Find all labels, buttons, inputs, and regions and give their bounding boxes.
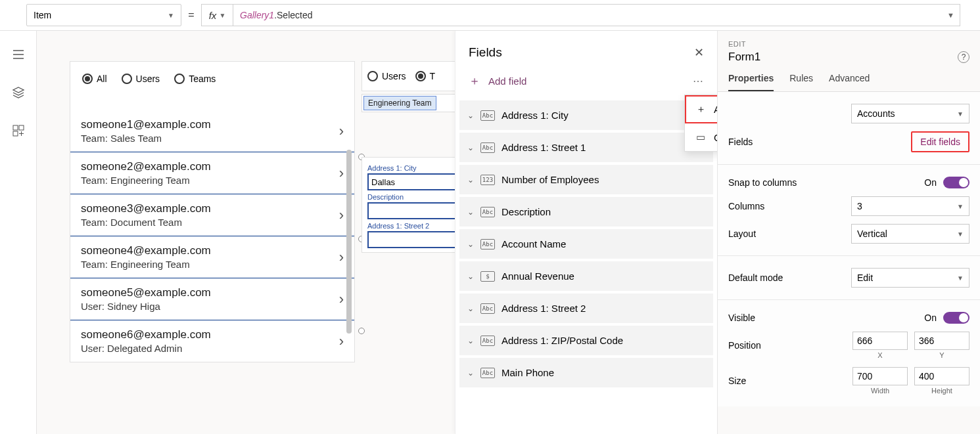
help-icon[interactable]: ?	[958, 51, 969, 63]
add-field-button[interactable]: ＋ Add field	[469, 73, 526, 89]
field-input-street2[interactable]	[367, 231, 457, 248]
visible-toggle[interactable]	[943, 312, 969, 324]
resize-handle[interactable]	[358, 328, 365, 334]
radio-all[interactable]: All	[82, 74, 107, 84]
size-w-sublabel: Width	[871, 387, 889, 395]
defaultmode-select[interactable]: Edit▼	[851, 268, 969, 288]
datasource-value: Accounts	[857, 108, 895, 119]
datasource-select[interactable]: Accounts▼	[851, 104, 969, 123]
field-label: Address 1: Street 2	[367, 222, 457, 230]
tab-rules[interactable]: Rules	[789, 69, 813, 91]
property-selector[interactable]: Item ▼	[26, 4, 181, 26]
gallery1[interactable]: All Users Teams someone1@example.comTeam…	[70, 61, 355, 362]
radio-label: T	[430, 71, 436, 81]
radio-teams[interactable]: Teams	[174, 74, 216, 84]
field-item[interactable]: ⌄AbcAccount Name	[459, 229, 713, 259]
chevron-right-icon: ›	[339, 333, 344, 350]
field-input-city[interactable]	[367, 173, 457, 190]
size-h-input[interactable]	[914, 367, 969, 385]
layout-select[interactable]: Vertical▼	[851, 224, 969, 244]
type-icon: 123	[480, 175, 495, 185]
formula-token-control: Gallery1	[240, 10, 274, 20]
close-icon[interactable]: ✕	[694, 45, 704, 60]
item-title: someone6@example.com	[81, 328, 211, 341]
fx-label: fx	[209, 10, 217, 21]
svg-rect-1	[19, 125, 24, 130]
field-item[interactable]: ⌄AbcAddress 1: ZIP/Postal Code	[459, 326, 713, 355]
chevron-down-icon: ⌄	[467, 368, 474, 378]
menu-collapse-all[interactable]: ▭ Collapse all	[685, 123, 717, 151]
edit-fields-link[interactable]: Edit fields	[911, 131, 969, 152]
chevron-down-icon[interactable]: ▼	[947, 11, 954, 19]
size-w-input[interactable]	[852, 367, 908, 385]
type-icon: $	[480, 271, 495, 282]
more-icon[interactable]: ⋯	[693, 75, 704, 87]
form-card[interactable]: Address 1: City Description Address 1: S…	[362, 157, 463, 253]
list-item[interactable]: someone5@example.comUser: Sidney Higa›	[70, 278, 354, 320]
fx-button[interactable]: fx ▼	[201, 4, 233, 26]
columns-label: Columns	[728, 201, 764, 211]
tab-advanced[interactable]: Advanced	[829, 69, 870, 91]
field-item[interactable]: ⌄AbcAddress 1: Street 1	[459, 133, 713, 162]
size-label: Size	[728, 376, 746, 386]
form-preview: Users T Engineering Team Address 1: City…	[362, 61, 463, 362]
hamburger-icon[interactable]	[12, 48, 25, 64]
list-item[interactable]: someone1@example.comTeam: Sales Team›	[70, 110, 354, 152]
snap-toggle[interactable]	[943, 177, 969, 188]
menu-add-custom-card[interactable]: ＋ Add a custom card	[685, 95, 717, 123]
field-item-label: Account Name	[502, 238, 566, 250]
snap-value: On	[924, 177, 937, 188]
field-label: Description	[367, 193, 457, 201]
chevron-down-icon: ⌄	[467, 143, 474, 152]
radio-icon	[122, 74, 132, 84]
chevron-down-icon: ▼	[219, 12, 225, 19]
radio-icon	[367, 71, 378, 81]
left-rail	[0, 31, 37, 434]
list-item[interactable]: someone4@example.comTeam: Engineering Te…	[70, 236, 354, 278]
item-title: someone4@example.com	[81, 244, 211, 257]
radio-icon	[82, 74, 93, 84]
list-item[interactable]: someone3@example.comTeam: Document Team›	[70, 194, 354, 236]
fields-list: ⌄AbcAddress 1: City ⌄AbcAddress 1: Stree…	[455, 100, 717, 387]
list-item[interactable]: someone6@example.comUser: Delegated Admi…	[70, 320, 354, 362]
radio-users-2[interactable]: Users	[367, 71, 406, 81]
field-item-label: Description	[502, 206, 551, 217]
visible-label: Visible	[728, 313, 755, 323]
field-item[interactable]: ⌄AbcMain Phone	[459, 358, 713, 387]
gallery1-items: someone1@example.comTeam: Sales Team› so…	[70, 110, 354, 362]
preview-chip[interactable]: Engineering Team	[363, 96, 436, 110]
field-item[interactable]: ⌄AbcDescription	[459, 197, 713, 227]
control-name: Form1	[728, 51, 760, 64]
columns-value: 3	[857, 201, 862, 211]
field-item[interactable]: ⌄123Number of Employees	[459, 165, 713, 194]
chevron-down-icon: ▼	[957, 203, 964, 210]
edit-label: EDIT	[718, 31, 980, 48]
columns-select[interactable]: 3▼	[851, 196, 969, 216]
position-label: Position	[728, 340, 761, 351]
field-input-description[interactable]	[367, 202, 457, 219]
components-icon[interactable]	[12, 124, 25, 140]
chevron-down-icon: ⌄	[467, 111, 474, 120]
position-y-input[interactable]	[914, 332, 969, 350]
scrollbar[interactable]	[346, 150, 352, 334]
radio-users[interactable]: Users	[122, 74, 160, 84]
menu-collapse-label: Collapse all	[714, 132, 717, 143]
radio-users-label: Users	[136, 74, 160, 84]
item-sub: Team: Document Team	[81, 217, 211, 228]
radio-teams-2[interactable]: T	[415, 71, 436, 81]
radio-teams-label: Teams	[189, 74, 216, 84]
type-icon: Abc	[480, 110, 495, 121]
field-item[interactable]: ⌄AbcAddress 1: Street 2	[459, 293, 713, 323]
svg-rect-2	[13, 131, 18, 136]
position-x-input[interactable]	[852, 332, 908, 350]
formula-input[interactable]: Gallery1.Selected ▼	[233, 4, 960, 26]
field-item[interactable]: ⌄AbcAddress 1: City	[459, 100, 713, 130]
menu-add-custom-label: Add a custom card	[714, 104, 717, 115]
layers-icon[interactable]	[12, 86, 25, 102]
field-item[interactable]: ⌄$Annual Revenue	[459, 261, 713, 291]
form1-selected[interactable]: Address 1: City Description Address 1: S…	[362, 157, 463, 253]
tab-properties[interactable]: Properties	[728, 69, 774, 91]
list-item[interactable]: someone2@example.comTeam: Engineering Te…	[70, 152, 354, 194]
canvas[interactable]: All Users Teams someone1@example.comTeam…	[37, 31, 717, 434]
plus-icon: ＋	[695, 103, 706, 116]
